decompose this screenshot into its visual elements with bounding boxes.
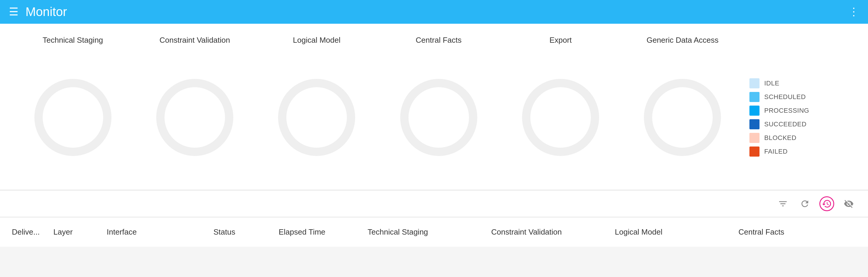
menu-icon[interactable]: ☰ xyxy=(9,6,19,18)
category-generic-data-access: Generic Data Access xyxy=(622,36,743,45)
legend-item-succeeded: SUCCEEDED xyxy=(749,119,856,129)
legend-item-scheduled: SCHEDULED xyxy=(749,92,856,102)
category-constraint-validation: Constraint Validation xyxy=(134,36,255,45)
legend-item-idle: IDLE xyxy=(749,78,856,88)
table-header: Delive... Layer Interface Status Elapsed… xyxy=(0,217,868,247)
category-export: Export xyxy=(499,36,621,45)
legend-label-processing: PROCESSING xyxy=(764,107,809,115)
legend-label-idle: IDLE xyxy=(764,80,779,87)
col-header-constraint: Constraint Validation xyxy=(491,227,615,237)
toolbar-row xyxy=(0,190,868,217)
col-header-elapsed: Elapsed Time xyxy=(279,227,368,237)
legend-label-scheduled: SCHEDULED xyxy=(764,93,806,101)
circle-constraint-validation xyxy=(134,79,255,156)
legend-item-failed: FAILED xyxy=(749,147,856,157)
category-logical-model: Logical Model xyxy=(256,36,378,45)
circle-central-facts xyxy=(378,79,499,156)
circle-export xyxy=(499,79,621,156)
legend-label-blocked: BLOCKED xyxy=(764,134,797,142)
col-header-logical: Logical Model xyxy=(615,227,739,237)
legend-color-processing xyxy=(749,105,760,116)
legend-color-succeeded xyxy=(749,119,760,129)
legend-item-processing: PROCESSING xyxy=(749,105,856,116)
circle-logical-model xyxy=(256,79,378,156)
filter-icon[interactable] xyxy=(776,196,790,211)
legend-item-blocked: BLOCKED xyxy=(749,133,856,143)
col-header-deliver: Delive... xyxy=(6,227,53,237)
col-header-layer: Layer xyxy=(53,227,107,237)
col-header-tech-staging: Technical Staging xyxy=(368,227,491,237)
refresh-icon[interactable] xyxy=(798,196,812,211)
legend-label-succeeded: SUCCEEDED xyxy=(764,120,807,128)
more-options-icon[interactable]: ⋮ xyxy=(848,6,859,18)
col-header-status: Status xyxy=(213,227,279,237)
main-content: Technical Staging Constraint Validation … xyxy=(0,24,868,190)
legend-color-idle xyxy=(749,78,760,88)
col-header-central: Central Facts xyxy=(739,227,862,237)
app-title: Monitor xyxy=(26,5,67,19)
circles-row: IDLE SCHEDULED PROCESSING SUCCEEDED BLOC… xyxy=(12,54,856,181)
visibility-off-icon[interactable] xyxy=(841,196,856,211)
circle-generic-data-access xyxy=(622,79,743,156)
legend-label-failed: FAILED xyxy=(764,148,788,155)
legend-color-blocked xyxy=(749,133,760,143)
legend: IDLE SCHEDULED PROCESSING SUCCEEDED BLOC… xyxy=(743,78,856,157)
category-central-facts: Central Facts xyxy=(378,36,499,45)
history-icon[interactable] xyxy=(819,196,834,211)
app-header: ☰ Monitor ⋮ xyxy=(0,0,868,24)
categories-row: Technical Staging Constraint Validation … xyxy=(12,36,856,45)
legend-color-failed xyxy=(749,147,760,157)
col-header-interface: Interface xyxy=(107,227,213,237)
legend-color-scheduled xyxy=(749,92,760,102)
category-technical-staging: Technical Staging xyxy=(12,36,134,45)
circle-technical-staging xyxy=(12,79,134,156)
